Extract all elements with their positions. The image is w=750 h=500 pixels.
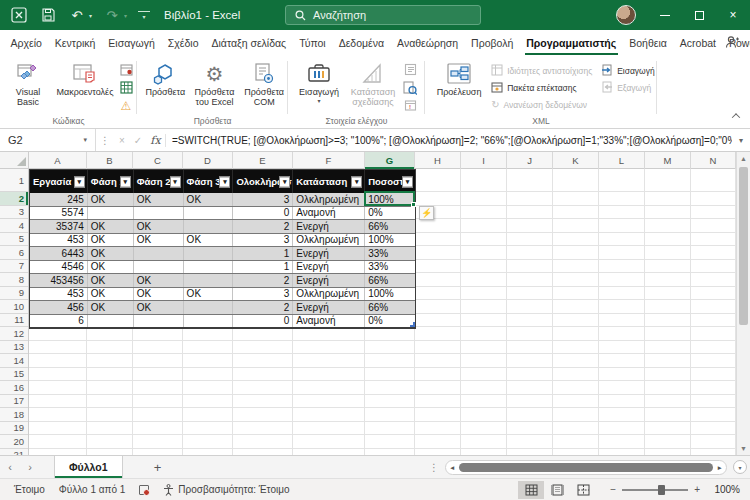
vertical-scrollbar[interactable]: ▲ ▼ [736, 152, 750, 455]
table-cell[interactable]: Αναμονή [293, 207, 365, 220]
column-header-G[interactable]: G [365, 152, 415, 169]
column-header-N[interactable]: N [691, 152, 736, 169]
table-cell[interactable] [184, 274, 234, 287]
table-cell[interactable]: 1 [233, 261, 293, 274]
table-cell[interactable]: 245 [30, 193, 88, 206]
column-header-B[interactable]: B [87, 152, 133, 169]
table-cell[interactable]: 456 [30, 301, 88, 314]
name-box[interactable]: G2 ▾ [0, 129, 96, 151]
row-header-1[interactable]: 1 [0, 169, 28, 192]
row-header-5[interactable]: 5 [0, 233, 28, 247]
prev-sheet-icon[interactable]: ‹ [0, 461, 20, 473]
table-cell[interactable] [88, 207, 134, 220]
tab-scroll-grip-icon[interactable]: ⋮ [429, 462, 439, 473]
table-cell[interactable]: 33% [365, 261, 415, 274]
table-cell[interactable]: OK [88, 193, 134, 206]
table-cell[interactable]: 33% [365, 247, 415, 260]
table-cell[interactable] [134, 247, 184, 260]
ribbon-tab-τύποι[interactable]: Τύποι [293, 30, 333, 55]
table-cell[interactable]: 3 [233, 234, 293, 247]
ribbon-tab-προβολή[interactable]: Προβολή [465, 30, 520, 55]
table-cell[interactable]: OK [134, 234, 184, 247]
horizontal-scrollbar[interactable]: ◄ ► [445, 460, 727, 475]
name-box-dropdown-icon[interactable]: ▾ [83, 136, 87, 144]
table-cell[interactable] [184, 301, 234, 314]
table-cell[interactable]: 100% [365, 234, 415, 247]
normal-view-button[interactable] [518, 481, 544, 499]
table-cell[interactable]: 6443 [30, 247, 88, 260]
table-cell[interactable] [134, 207, 184, 220]
table-cell[interactable]: 0% [365, 207, 415, 220]
table-cell[interactable]: Ολκληρωμένη [293, 193, 365, 206]
table-cell[interactable]: 3 [233, 288, 293, 301]
table-cell[interactable]: 66% [365, 274, 415, 287]
table-cell[interactable]: 1 [233, 247, 293, 260]
table-cell[interactable]: OK [134, 220, 184, 233]
table-cell[interactable]: 0 [233, 207, 293, 220]
table-resize-handle[interactable] [410, 322, 415, 327]
column-header-H[interactable]: H [415, 152, 461, 169]
filter-button[interactable]: ▾ [351, 176, 362, 187]
row-header-13[interactable]: 13 [0, 341, 28, 355]
table-cell[interactable] [88, 315, 134, 328]
visual-basic-button[interactable]: Visual Basic [4, 59, 52, 115]
table-cell[interactable]: OK [134, 288, 184, 301]
table-cell[interactable]: 6 [30, 315, 88, 328]
table-cell[interactable]: Ενεργή [293, 220, 365, 233]
column-header-F[interactable]: F [293, 152, 365, 169]
table-cell[interactable]: 453456 [30, 274, 88, 287]
expand-formula-bar-icon[interactable]: ▾ [732, 136, 750, 145]
excel-app-icon[interactable] [10, 6, 28, 24]
ribbon-tab-κεντρική[interactable]: Κεντρική [48, 30, 101, 55]
table-cell[interactable] [184, 315, 234, 328]
column-header-J[interactable]: J [507, 152, 553, 169]
undo-dropdown-icon[interactable]: ▾ [89, 12, 92, 19]
scroll-left-icon[interactable]: ◄ [449, 464, 458, 471]
table-cell[interactable]: 0% [365, 315, 415, 328]
fill-handle[interactable] [411, 202, 416, 207]
column-header-A[interactable]: A [29, 152, 87, 169]
table-cell[interactable]: OK [134, 301, 184, 314]
table-cell[interactable]: 66% [365, 220, 415, 233]
zoom-slider[interactable] [622, 489, 688, 491]
macros-button[interactable]: Μακροεντολές [52, 59, 118, 115]
table-cell[interactable]: 2 [233, 220, 293, 233]
column-header-L[interactable]: L [599, 152, 645, 169]
row-header-4[interactable]: 4 [0, 219, 28, 233]
filter-button[interactable]: ▾ [120, 176, 131, 187]
excel-addins-button[interactable]: ⚙ Πρόσθετα του Excel [189, 59, 241, 115]
quick-access-customize-icon[interactable]: ▾ [138, 11, 150, 20]
table-cell[interactable]: OK [88, 261, 134, 274]
column-header-E[interactable]: E [233, 152, 293, 169]
ribbon-tab-acrobat[interactable]: Acrobat [673, 30, 722, 55]
table-cell[interactable]: OK [88, 274, 134, 287]
row-header-20[interactable]: 20 [0, 435, 28, 449]
table-cell[interactable] [184, 220, 234, 233]
ribbon-tab-εισαγωγή[interactable]: Εισαγωγή [102, 30, 161, 55]
row-header-19[interactable]: 19 [0, 422, 28, 436]
row-header-15[interactable]: 15 [0, 368, 28, 382]
page-break-view-button[interactable] [570, 481, 596, 499]
minimize-button[interactable] [648, 0, 682, 30]
table-cell[interactable]: 2 [233, 301, 293, 314]
ribbon-tab-βοήθεια[interactable]: Βοήθεια [623, 30, 674, 55]
row-header-2[interactable]: 2 [0, 192, 28, 206]
column-header-K[interactable]: K [553, 152, 599, 169]
expansion-packs-button[interactable]: Πακέτα επέκτασης [491, 80, 595, 95]
table-cell[interactable] [134, 261, 184, 274]
relative-references-icon[interactable] [118, 80, 134, 95]
addins-button[interactable]: Πρόσθετα [142, 59, 189, 115]
column-header-D[interactable]: D [183, 152, 233, 169]
controls-insert-button[interactable]: Εισαγωγή ▾ [294, 59, 344, 115]
zoom-out-button[interactable]: − [610, 484, 616, 495]
table-cell[interactable]: Ενεργή [293, 301, 365, 314]
record-macro-icon[interactable] [118, 62, 134, 77]
flash-fill-options-button[interactable]: ⚡ [419, 206, 434, 220]
table-cell[interactable]: Ολκληρωμένη [293, 234, 365, 247]
table-cell[interactable] [184, 207, 234, 220]
vertical-scroll-thumb[interactable] [739, 167, 748, 325]
new-sheet-button[interactable]: + [145, 460, 171, 475]
table-cell[interactable]: Ενεργή [293, 274, 365, 287]
com-addins-button[interactable]: Πρόσθετα COM [240, 59, 288, 115]
row-header-12[interactable]: 12 [0, 327, 28, 341]
